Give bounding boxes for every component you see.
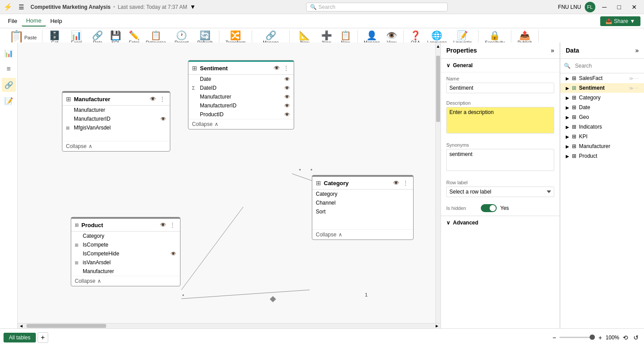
geo-expand-btn[interactable]: ▶ xyxy=(566,115,569,120)
user-avatar[interactable]: FL xyxy=(585,2,595,12)
sidebar-icon-table[interactable]: ≡ xyxy=(2,62,16,76)
menu-help[interactable]: Help xyxy=(46,16,67,26)
scroll-left-btn[interactable]: ◄ xyxy=(18,323,25,328)
search-icon: 🔍 xyxy=(310,4,317,10)
category-table-card: ⊞ Category 👁️ ⋮ Category Channel Sort Co… xyxy=(312,175,414,240)
dateid-hide-icon[interactable]: 👁️ xyxy=(284,85,290,91)
data-item-indicators[interactable]: ▶ ⊞ Indicators xyxy=(560,122,644,132)
zoom-plus-btn[interactable]: + xyxy=(597,333,604,342)
sentiment-more-btn[interactable]: ⋮ xyxy=(282,65,290,72)
canvas-hscroll[interactable]: ◄ ► xyxy=(18,323,441,328)
global-search-box[interactable]: 🔍 Search xyxy=(306,3,448,11)
manufacturer-table-icon: ⊞ xyxy=(66,95,71,103)
data-item-kpi[interactable]: ▶ ⊞ KPI xyxy=(560,132,644,141)
data-item-sentiment[interactable]: ▶ ⊞ Sentiment ≫ ⋯ xyxy=(560,83,644,93)
properties-expand-btn[interactable]: » xyxy=(551,47,554,54)
category-hide-btn[interactable]: 👁️ xyxy=(391,179,401,186)
data-item-manufacturer[interactable]: ▶ ⊞ Manufacturer xyxy=(560,141,644,151)
indicators-expand-btn[interactable]: ▶ xyxy=(566,125,569,129)
zoom-slider[interactable] xyxy=(560,337,595,338)
salesfact-expand-btn[interactable]: ▶ xyxy=(566,76,569,81)
general-section-header[interactable]: ∨ General xyxy=(441,59,560,72)
data-panel-title: Data xyxy=(566,47,579,54)
manage-rel-icon: 🔗 xyxy=(265,31,276,40)
sentiment-hide-btn[interactable]: 👁️ xyxy=(272,65,281,72)
mfr-field-mfr: Manufacturer xyxy=(62,106,170,114)
synonyms-input[interactable]: sentiment xyxy=(446,149,554,171)
manufacturer-expand-btn[interactable]: ▶ xyxy=(566,144,569,149)
rowlabel-select[interactable]: Select a row label xyxy=(446,186,554,197)
sidebar-icon-report[interactable]: 📊 xyxy=(2,46,16,60)
sentiment-action2[interactable]: ⋯ xyxy=(634,86,639,91)
all-tables-tab[interactable]: All tables xyxy=(4,333,36,342)
canvas-vscroll[interactable]: ▲ ▼ xyxy=(435,42,441,328)
scroll-right-btn[interactable]: ► xyxy=(433,323,441,328)
mfrid-hide-icon[interactable]: 👁️ xyxy=(284,103,290,109)
zoom-minus-btn[interactable]: − xyxy=(551,333,558,342)
close-button[interactable]: ✕ xyxy=(628,3,640,11)
product-collapse[interactable]: Collapse ∧ xyxy=(71,276,180,286)
sidebar-icon-dax[interactable]: 📝 xyxy=(2,94,16,108)
menu-file[interactable]: File xyxy=(4,16,22,26)
dropdown-arrow[interactable]: ▼ xyxy=(190,4,196,10)
data-search-box[interactable]: 🔍 xyxy=(560,59,644,73)
category-expand-btn[interactable]: ▶ xyxy=(566,95,569,100)
toggle-knob xyxy=(490,205,496,211)
category-data-icon: ⊞ xyxy=(572,95,576,101)
product-table-icon: ⊞ xyxy=(75,222,79,228)
data-item-product[interactable]: ▶ ⊞ Product xyxy=(560,151,644,161)
sentiment-collapse[interactable]: Collapse ∧ xyxy=(188,119,294,129)
category-more-btn[interactable]: ⋮ xyxy=(402,179,410,186)
sidebar-icon-model[interactable]: 🔗 xyxy=(2,78,16,92)
data-search-input[interactable] xyxy=(572,61,640,70)
reset-btn[interactable]: ↺ xyxy=(632,333,640,342)
date-hide-icon[interactable]: 👁️ xyxy=(284,76,290,82)
ishidden-value: Yes xyxy=(500,205,509,211)
add-tab-button[interactable]: + xyxy=(38,332,48,343)
salesfact-action1[interactable]: ≫ xyxy=(629,76,633,81)
advanced-chevron-icon: ∨ xyxy=(446,220,450,226)
fit-page-btn[interactable]: ⟲ xyxy=(621,333,630,342)
manufacturer-collapse[interactable]: Collapse ∧ xyxy=(62,141,170,151)
name-input[interactable] xyxy=(446,83,554,93)
sentiment-expand-btn[interactable]: ▶ xyxy=(566,86,569,91)
manufacturer-table-title: Manufacturer xyxy=(74,96,146,103)
productid-hide-icon[interactable]: 👁️ xyxy=(284,112,290,118)
canvas-hscroll-thumb[interactable] xyxy=(27,324,106,328)
share-chevron-icon: ▼ xyxy=(630,18,635,24)
product-hide-btn[interactable]: 👁️ xyxy=(158,221,168,228)
scroll-up-btn[interactable]: ▲ xyxy=(436,42,441,49)
sidebar-toggle[interactable]: ☰ xyxy=(15,3,28,11)
mfrid2-hide-icon[interactable]: 👁️ xyxy=(160,116,166,122)
data-search-icon: 🔍 xyxy=(564,63,571,69)
data-item-salesfact[interactable]: ▶ ⊞ SalesFact ≫ ⋯ xyxy=(560,73,644,83)
manufacturer-hide-btn[interactable]: 👁️ xyxy=(148,95,157,103)
iscompetehide-hide-icon[interactable]: 👁️ xyxy=(170,251,176,257)
date-expand-btn[interactable]: ▶ xyxy=(566,105,569,110)
sentiment-action1[interactable]: ≫ xyxy=(629,86,633,91)
kpi-expand-btn[interactable]: ▶ xyxy=(566,134,569,139)
data-panel-expand-btn[interactable]: » xyxy=(635,47,639,54)
minimize-button[interactable]: ─ xyxy=(599,3,610,11)
product-field-iscompetehide: IsCompeteHide 👁️ xyxy=(71,249,180,258)
data-item-geo[interactable]: ▶ ⊞ Geo xyxy=(560,112,644,122)
share-button[interactable]: 📤 Share ▼ xyxy=(600,16,640,26)
manufacturer-data-label: Manufacturer xyxy=(579,143,610,149)
canvas-vscroll-thumb[interactable] xyxy=(436,56,440,122)
product-expand-btn[interactable]: ▶ xyxy=(566,154,569,159)
product-more-btn[interactable]: ⋮ xyxy=(169,221,176,228)
salesfact-action2[interactable]: ⋯ xyxy=(634,76,639,81)
dateid-sum-icon: Σ xyxy=(192,85,198,91)
data-item-category[interactable]: ▶ ⊞ Category xyxy=(560,93,644,103)
mfr-hide-icon[interactable]: 👁️ xyxy=(284,94,290,100)
maximize-button[interactable]: □ xyxy=(614,3,625,11)
getdata-icon: 🗄️ xyxy=(49,31,60,40)
manufacturer-more-btn[interactable]: ⋮ xyxy=(158,95,166,103)
advanced-section-header[interactable]: ∨ Advanced xyxy=(441,216,560,229)
synonyms-row: Synonyms sentiment xyxy=(441,139,560,176)
menu-home[interactable]: Home xyxy=(22,15,46,27)
data-item-date[interactable]: ▶ ⊞ Date xyxy=(560,103,644,112)
ishidden-toggle[interactable] xyxy=(481,204,497,212)
category-collapse[interactable]: Collapse ∧ xyxy=(312,229,413,240)
description-input[interactable]: Enter a description xyxy=(446,107,554,133)
